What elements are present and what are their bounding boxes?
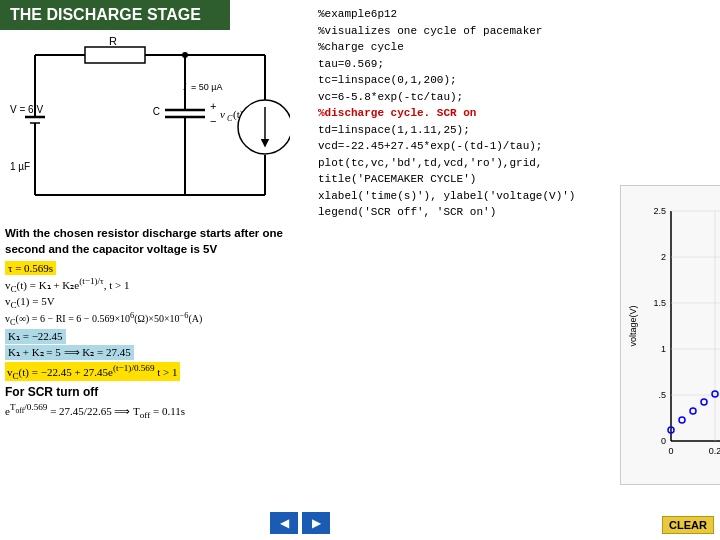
scr-eq1: eToff/0.569 = 27.45/22.65 ⟹ Toff = 0.11s bbox=[5, 402, 305, 420]
svg-text:R: R bbox=[109, 35, 117, 47]
left-panel: THE DISCHARGE STAGE R bbox=[0, 0, 310, 540]
svg-point-64 bbox=[701, 399, 707, 405]
code-highlight-7: %discharge cycle. SCR on bbox=[318, 107, 476, 119]
svg-text:+: + bbox=[210, 100, 216, 112]
forward-icon: ▶ bbox=[312, 516, 321, 530]
scr-label: For SCR turn off bbox=[5, 385, 305, 399]
circuit-diagram: R C + − v C (t) V = 6 V bbox=[5, 35, 290, 215]
code-line-4: tau=0.569; bbox=[318, 56, 712, 73]
right-panel: %example6p12 %visualizes one cycle of pa… bbox=[310, 0, 720, 540]
code-line-8: td=linspace(1,1.11,25); bbox=[318, 122, 712, 139]
eq-vc-initial: vC(1) = 5V bbox=[5, 295, 305, 310]
eq-tau: τ = 0.569s bbox=[5, 261, 305, 275]
svg-text:= 50 µA: = 50 µA bbox=[191, 82, 222, 92]
scr-equations: eToff/0.569 = 27.45/22.65 ⟹ Toff = 0.11s bbox=[5, 402, 305, 420]
svg-text:1: 1 bbox=[661, 344, 666, 354]
code-line-5: tc=linspace(0,1,200); bbox=[318, 72, 712, 89]
back-icon: ◀ bbox=[280, 516, 289, 530]
clear-button[interactable]: CLEAR bbox=[662, 516, 714, 534]
svg-text:−: − bbox=[210, 115, 216, 127]
tau-value: τ = 0.569s bbox=[5, 261, 56, 275]
back-button[interactable]: ◀ bbox=[270, 512, 298, 534]
svg-text:voltage(V): voltage(V) bbox=[628, 305, 638, 346]
eq-k2: K₁ + K₂ = 5 ⟹ K₂ = 27.45 bbox=[5, 345, 305, 360]
svg-point-28 bbox=[238, 100, 290, 154]
forward-button[interactable]: ▶ bbox=[302, 512, 330, 534]
svg-text:.5: .5 bbox=[658, 390, 666, 400]
svg-text:v: v bbox=[220, 108, 225, 120]
code-line-7: %discharge cycle. SCR on bbox=[318, 105, 712, 122]
svg-text:C: C bbox=[153, 106, 160, 117]
eq-vc-general: vC(t) = K₁ + K₂e(t−1)/τ, t > 1 bbox=[5, 276, 305, 294]
svg-text:I: I bbox=[182, 81, 187, 92]
svg-text:0: 0 bbox=[661, 436, 666, 446]
eq-vc-final: vC(t) = −22.45 + 27.45e(t−1)/0.569 t > 1 bbox=[5, 362, 180, 382]
code-line-10: plot(tc,vc,'bd',td,vcd,'ro'),grid, bbox=[318, 155, 712, 172]
svg-text:2: 2 bbox=[661, 252, 666, 262]
circuit-area: R C + − v C (t) V = 6 V bbox=[5, 35, 295, 220]
code-line-3: %charge cycle bbox=[318, 39, 712, 56]
description-text: With the chosen resistor discharge start… bbox=[5, 225, 305, 257]
equations-area: τ = 0.569s vC(t) = K₁ + K₂e(t−1)/τ, t > … bbox=[5, 261, 305, 382]
svg-text:2.5: 2.5 bbox=[653, 206, 666, 216]
code-line-2: %visualizes one cycle of pacemaker bbox=[318, 23, 712, 40]
svg-text:1.5: 1.5 bbox=[653, 298, 666, 308]
eq-k1: K₁ = −22.45 bbox=[5, 329, 305, 344]
code-line-6: vc=6-5.8*exp(-tc/tau); bbox=[318, 89, 712, 106]
svg-text:0: 0 bbox=[668, 446, 673, 456]
svg-text:V = 6 V: V = 6 V bbox=[10, 104, 43, 115]
pacemaker-chart: PACEMAKER CYCLE bbox=[621, 186, 720, 481]
chart-area: PACEMAKER CYCLE bbox=[620, 185, 720, 485]
svg-point-63 bbox=[690, 408, 696, 414]
eq-vc-inf: vC(∞) = 6 − RI = 6 − 0.569×106(Ω)×50×10−… bbox=[5, 311, 305, 327]
svg-rect-7 bbox=[85, 47, 145, 63]
svg-text:0.2: 0.2 bbox=[709, 446, 720, 456]
nav-area: ◀ ▶ bbox=[270, 512, 330, 534]
title-bar: THE DISCHARGE STAGE bbox=[0, 0, 230, 30]
code-line-9: vcd=-22.45+27.45*exp(-(td-1)/tau); bbox=[318, 138, 712, 155]
svg-text:1 µF: 1 µF bbox=[10, 161, 30, 172]
code-line-1: %example6p12 bbox=[318, 6, 712, 23]
svg-point-62 bbox=[679, 417, 685, 423]
